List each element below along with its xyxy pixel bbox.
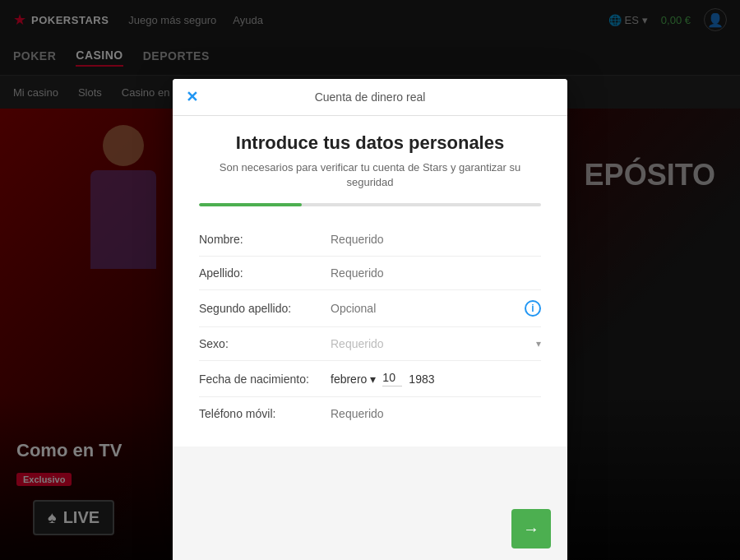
fecha-nacimiento-label: Fecha de nacimiento:: [199, 373, 331, 386]
date-year-field[interactable]: 1983: [409, 373, 434, 386]
month-value: febrero: [331, 373, 367, 386]
date-day-field[interactable]: 10: [382, 371, 402, 386]
year-value: 1983: [409, 373, 434, 386]
apellido-field-row: Apellido:: [199, 257, 541, 290]
day-value: 10: [382, 371, 395, 384]
progress-bar-container: [199, 203, 541, 206]
nombre-input[interactable]: [331, 233, 541, 246]
close-button[interactable]: ✕: [186, 90, 198, 104]
month-chevron-icon: ▾: [370, 373, 376, 386]
segundo-apellido-input[interactable]: [331, 302, 518, 315]
telefono-label: Teléfono móvil:: [199, 407, 331, 420]
personal-data-modal: ✕ Cuenta de dinero real Introduce tus da…: [173, 79, 567, 560]
nombre-label: Nombre:: [199, 233, 331, 246]
apellido-label: Apellido:: [199, 266, 331, 280]
modal-header: ✕ Cuenta de dinero real: [173, 79, 567, 116]
sexo-chevron-icon: ▾: [536, 338, 541, 349]
next-button[interactable]: →: [511, 509, 551, 548]
modal-subtext: Son necesarios para verificar tu cuenta …: [199, 160, 541, 190]
sexo-field-row: Sexo: Requerido ▾: [199, 327, 541, 361]
modal-header-title: Cuenta de dinero real: [315, 90, 426, 104]
sexo-select-wrapper[interactable]: Requerido ▾: [331, 337, 541, 350]
modal-body: Introduce tus datos personales Son neces…: [173, 116, 567, 447]
telefono-input[interactable]: [331, 407, 541, 420]
sexo-label: Sexo:: [199, 337, 331, 350]
nombre-field-row: Nombre:: [199, 223, 541, 257]
segundo-apellido-label: Segundo apellido:: [199, 302, 331, 315]
segundo-apellido-field-row: Segundo apellido: i: [199, 290, 541, 327]
modal-heading: Introduce tus datos personales: [199, 132, 541, 154]
sexo-value: Requerido: [331, 337, 536, 350]
modal-actions: →: [173, 496, 567, 560]
apellido-input[interactable]: [331, 266, 541, 280]
info-icon[interactable]: i: [525, 300, 541, 317]
info-symbol: i: [531, 303, 534, 314]
date-month-selector[interactable]: febrero ▾: [331, 373, 376, 386]
modal-footer: [173, 447, 567, 496]
date-fields: febrero ▾ 10 1983: [331, 371, 541, 386]
telefono-field-row: Teléfono móvil:: [199, 397, 541, 430]
segundo-apellido-wrapper: i: [331, 300, 541, 317]
progress-bar-fill: [199, 203, 302, 206]
fecha-nacimiento-field-row: Fecha de nacimiento: febrero ▾ 10 1983: [199, 361, 541, 397]
